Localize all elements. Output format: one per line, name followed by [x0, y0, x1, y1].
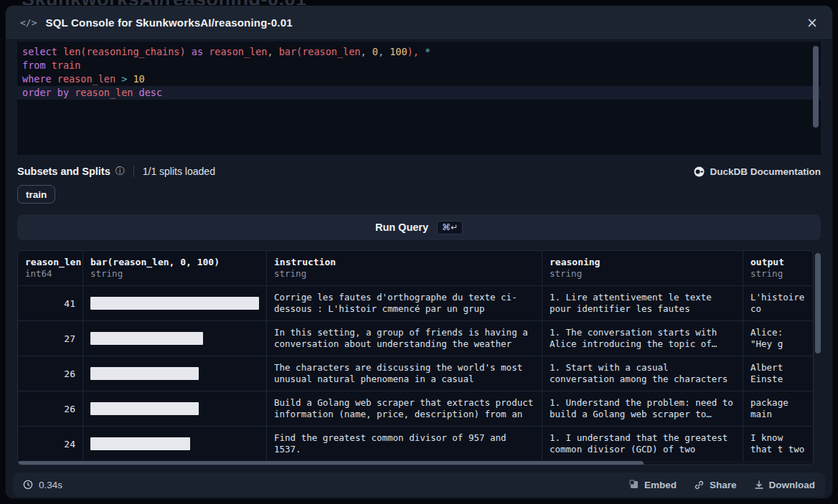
- code-line: select len(reasoning_chains) as reason_l…: [17, 45, 821, 59]
- column-name: reason_len: [25, 257, 75, 267]
- column-type: string: [550, 268, 735, 279]
- bar-fill: [90, 297, 259, 310]
- cell-reason-len: 24: [18, 427, 83, 461]
- bar-fill: [90, 437, 190, 450]
- editor-scrollbar[interactable]: [813, 46, 819, 151]
- cell-text: package main "io/ioutil" ": [750, 397, 806, 420]
- cell-bar: [83, 286, 267, 320]
- code-token: order by: [22, 87, 69, 98]
- modal-footer: 0.34s Embed Share Download: [13, 472, 825, 497]
- column-header: outputstring: [743, 251, 813, 285]
- cell-reasoning: 1. The conversation starts with Alice in…: [542, 321, 743, 356]
- code-token: 0: [372, 46, 378, 57]
- download-label: Download: [769, 480, 816, 490]
- code-token: [116, 73, 121, 85]
- column-type: string: [90, 268, 259, 279]
- cell-output: package main "io/ioutil" ": [743, 391, 813, 426]
- cell-reasoning: 1. Understand the problem: need to build…: [542, 391, 743, 426]
- sql-console-modal: </> SQL Console for SkunkworksAI/reasoni…: [6, 6, 832, 498]
- code-token: reason_len: [209, 46, 267, 57]
- cell-reasoning: 1. I understand that the greatest common…: [542, 427, 743, 461]
- share-label: Share: [710, 480, 737, 490]
- cell-text: Alice: "Hey g meteorologist: [750, 327, 806, 350]
- code-token: [419, 46, 425, 57]
- modal-title: SQL Console for SkunkworksAI/reasoning-0…: [45, 16, 292, 29]
- cell-output: Alice: "Hey g meteorologist: [743, 321, 813, 356]
- run-query-button[interactable]: Run Query ⌘↵: [17, 214, 821, 240]
- code-token: select: [22, 46, 57, 57]
- share-button[interactable]: Share: [694, 480, 737, 490]
- cell-instruction: Build a Golang web scraper that extracts…: [267, 391, 542, 426]
- code-line: from train: [17, 59, 821, 72]
- duration-value: 0.34s: [39, 480, 62, 490]
- code-token: ),: [408, 46, 419, 57]
- v-scrollbar-thumb[interactable]: [815, 253, 821, 353]
- cell-output: I know that t two numbers i: [743, 427, 813, 461]
- editor-scrollbar-thumb[interactable]: [813, 46, 819, 128]
- code-token: ,: [361, 46, 372, 57]
- column-header: reason_lenint64: [18, 251, 83, 285]
- cell-text: 1. The conversation starts with Alice in…: [550, 327, 735, 350]
- splits-loaded-status: 1/1 splits loaded: [143, 166, 215, 177]
- cell-text: 1. Lire attentivement le texte pour iden…: [550, 292, 735, 315]
- code-token: ,: [267, 46, 278, 57]
- code-token: [186, 46, 192, 57]
- footer-actions: Embed Share Download: [629, 480, 815, 490]
- column-type: int64: [25, 268, 75, 279]
- table-row: 26The characters are discussing the worl…: [18, 356, 813, 391]
- clock-icon: [23, 480, 33, 490]
- column-header: instructionstring: [267, 251, 542, 285]
- cell-reasoning: 1. Lire attentivement le texte pour iden…: [542, 286, 743, 320]
- bar-fill: [90, 332, 203, 345]
- cell-bar: [83, 321, 267, 356]
- bar-fill: [90, 402, 199, 415]
- cell-instruction: In this setting, a group of friends is h…: [267, 321, 542, 356]
- column-name: output: [750, 257, 806, 267]
- close-icon[interactable]: ×: [806, 16, 818, 29]
- code-token: [203, 46, 209, 57]
- duckdb-logo-icon: [694, 166, 705, 177]
- embed-icon: [629, 480, 639, 490]
- code-token: 10: [133, 73, 144, 85]
- cell-reason-len: 27: [18, 321, 83, 356]
- code-token: as: [192, 46, 203, 57]
- share-link-icon: [694, 480, 705, 490]
- code-line: where reason_len > 10: [17, 72, 821, 86]
- code-icon: </>: [20, 17, 37, 28]
- cell-instruction: Find the greatest common divisor of 957 …: [267, 427, 542, 461]
- code-token: ,: [378, 46, 390, 57]
- modal-header: </> SQL Console for SkunkworksAI/reasoni…: [6, 6, 832, 40]
- table-header-row: reason_lenint64bar(reason_len, 0, 100)st…: [18, 251, 813, 285]
- cell-text: I know that t two numbers i: [750, 432, 806, 455]
- column-type: string: [750, 268, 806, 279]
- column-header: reasoningstring: [542, 251, 743, 285]
- sql-editor[interactable]: select len(reasoning_chains) as reason_l…: [17, 42, 821, 155]
- duckdb-documentation-link[interactable]: DuckDB Documentation: [694, 166, 821, 177]
- cell-text: In this setting, a group of friends is h…: [274, 327, 535, 350]
- code-token: bar(reason_len: [279, 46, 361, 57]
- code-token: [133, 87, 138, 98]
- cell-bar: [83, 356, 267, 391]
- info-icon[interactable]: ⓘ: [116, 165, 125, 178]
- column-name: reasoning: [550, 257, 735, 267]
- split-chip-train[interactable]: train: [17, 185, 55, 204]
- table-vertical-scrollbar[interactable]: [815, 250, 821, 465]
- cell-text: Corrige les fautes d'orthographe du text…: [274, 292, 535, 315]
- cell-text: L'histoire co informatique: [750, 292, 806, 315]
- cell-instruction: The characters are discussing the world'…: [267, 356, 542, 391]
- splits-chip-row: train: [17, 185, 821, 204]
- column-header: bar(reason_len, 0, 100)string: [83, 251, 267, 285]
- column-name: bar(reason_len, 0, 100): [90, 257, 259, 267]
- embed-label: Embed: [644, 480, 677, 490]
- h-scrollbar-thumb[interactable]: [18, 461, 644, 465]
- code-token: reason_len: [57, 73, 116, 85]
- cell-bar: [83, 391, 267, 426]
- download-button[interactable]: Download: [754, 480, 816, 490]
- cell-reasoning: 1. Start with a casual conversation amon…: [542, 356, 743, 391]
- table-body: 41Corrige les fautes d'orthographe du te…: [18, 285, 813, 461]
- cell-output: Albert Einste place called: [743, 356, 813, 391]
- embed-button[interactable]: Embed: [629, 480, 677, 490]
- code-token: len(reasoning_chains): [63, 46, 186, 57]
- cmd-enter-shortcut: ⌘↵: [437, 221, 463, 234]
- table-horizontal-scrollbar[interactable]: [18, 461, 813, 465]
